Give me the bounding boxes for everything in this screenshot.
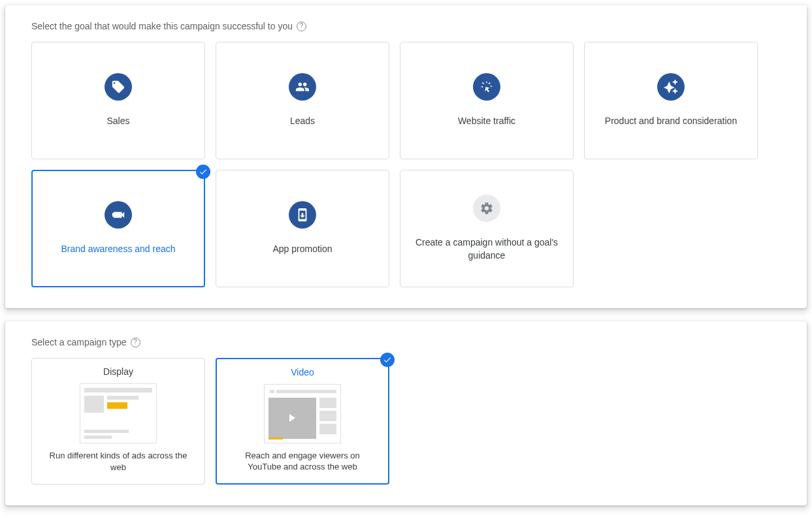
megaphone-icon [105, 201, 132, 229]
gear-icon [473, 195, 500, 222]
goal-card-tag[interactable]: Sales [31, 42, 205, 159]
goal-card-phone-download[interactable]: App promotion [216, 170, 389, 287]
type-card-title: Video [291, 367, 314, 377]
help-icon[interactable]: ? [131, 338, 140, 347]
goal-card-label: Sales [106, 115, 129, 128]
campaign-type-card-display[interactable]: DisplayRun different kinds of ads across… [31, 358, 205, 485]
goal-card-cursor-click[interactable]: Website traffic [400, 42, 574, 159]
goal-card-label: App promotion [272, 243, 332, 256]
tag-icon [105, 73, 132, 101]
goal-section-header: Select the goal that would make this cam… [31, 21, 781, 31]
goal-selection-panel: Select the goal that would make this cam… [5, 5, 807, 308]
phone-download-icon [289, 201, 316, 229]
type-card-title: Display [103, 366, 133, 377]
sparkle-icon [657, 73, 685, 101]
goal-card-gear[interactable]: Create a campaign without a goal's guida… [400, 170, 574, 287]
goal-card-sparkle[interactable]: Product and brand consideration [584, 42, 758, 159]
people-icon [289, 73, 316, 101]
selected-check-icon [196, 165, 210, 179]
video-thumbnail-icon [264, 384, 341, 443]
type-grid: DisplayRun different kinds of ads across… [31, 358, 781, 485]
goal-card-label: Brand awareness and reach [61, 243, 175, 256]
selected-check-icon [380, 353, 395, 367]
goal-card-label: Create a campaign without a goal's guida… [414, 236, 560, 262]
display-thumbnail-icon [80, 383, 157, 443]
cursor-click-icon [473, 73, 500, 101]
goal-card-label: Leads [290, 115, 315, 128]
type-card-desc: Reach and engage viewers on YouTube and … [229, 450, 376, 473]
type-card-desc: Run different kinds of ads across the we… [44, 450, 193, 473]
campaign-type-card-video[interactable]: VideoReach and engage viewers on YouTube… [216, 358, 389, 485]
goal-grid: SalesLeadsWebsite trafficProduct and bra… [31, 42, 781, 287]
type-section-header: Select a campaign type ? [31, 337, 781, 347]
goal-card-people[interactable]: Leads [216, 42, 389, 159]
goal-card-label: Product and brand consideration [605, 115, 737, 128]
help-icon[interactable]: ? [297, 22, 306, 31]
campaign-type-panel: Select a campaign type ? DisplayRun diff… [5, 321, 807, 505]
goal-card-megaphone[interactable]: Brand awareness and reach [31, 170, 205, 287]
type-header-text: Select a campaign type [31, 337, 127, 347]
goal-card-label: Website traffic [458, 115, 515, 128]
goal-header-text: Select the goal that would make this cam… [31, 21, 293, 31]
